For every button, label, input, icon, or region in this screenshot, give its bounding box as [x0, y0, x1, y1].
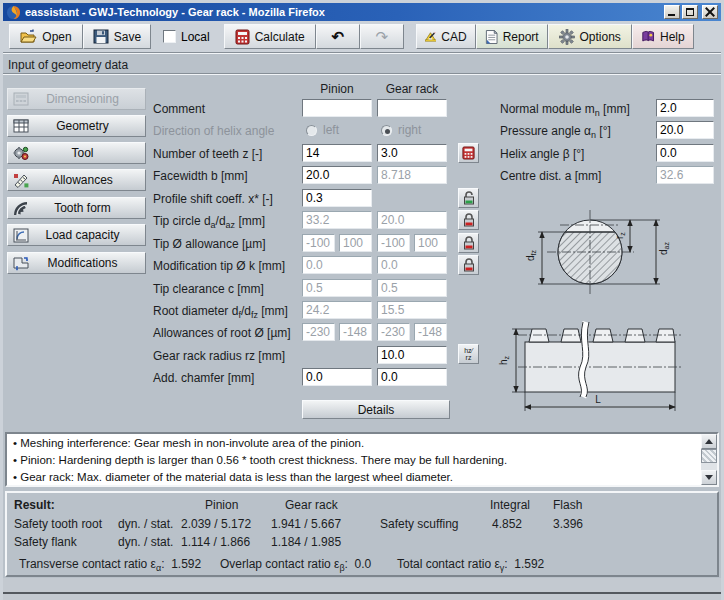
- messages-scrollbar[interactable]: [701, 434, 717, 485]
- column-header-pinion: Pinion: [302, 82, 372, 96]
- local-checkbox[interactable]: [163, 30, 176, 43]
- safety-scuffing-flash: 3.396: [553, 517, 583, 531]
- sidebar-item-label: Modifications: [34, 256, 145, 270]
- comment-pinion-input[interactable]: [302, 99, 372, 117]
- cad-button[interactable]: CAD: [416, 24, 476, 49]
- profile-shift-pinion-input[interactable]: [302, 189, 372, 207]
- sidebar-item-tooth-form[interactable]: Tooth form: [7, 197, 146, 219]
- toolbar: Open Save Local Calcula: [3, 21, 721, 52]
- redo-button[interactable]: ↷: [360, 24, 404, 49]
- details-button[interactable]: Details: [302, 400, 450, 419]
- helix-left-label: left: [323, 123, 339, 137]
- scroll-up-icon: [705, 439, 713, 444]
- close-button[interactable]: [702, 5, 718, 19]
- rack-radius-input[interactable]: [377, 346, 447, 364]
- helix-right-radio[interactable]: [381, 125, 392, 136]
- scroll-up-button[interactable]: [701, 434, 717, 449]
- normal-module-input[interactable]: [656, 99, 714, 117]
- close-icon: [705, 7, 715, 17]
- chamfer-pinion-input[interactable]: [302, 368, 372, 386]
- titlebar[interactable]: eassistant - GWJ-Technology - Gear rack …: [3, 3, 721, 21]
- results-title: Result:: [14, 498, 55, 512]
- scrollbar-thumb[interactable]: [701, 449, 717, 463]
- sidebar-item-label: Geometry: [34, 119, 145, 133]
- sidebar-item-dimensioning[interactable]: Dimensioning: [7, 88, 146, 110]
- tip-allowance-gearrack-upper-input[interactable]: [414, 234, 447, 252]
- minimize-button[interactable]: [664, 5, 680, 19]
- calculate-button[interactable]: Calculate: [224, 24, 316, 49]
- comment-gearrack-input[interactable]: [377, 99, 447, 117]
- undo-button[interactable]: ↶: [316, 24, 360, 49]
- section-title: Input of geometry data: [8, 58, 128, 72]
- locked-red-lock-icon: [463, 213, 475, 227]
- centre-distance-input[interactable]: [656, 166, 714, 184]
- safety-flank-mode: dyn. / stat.: [118, 535, 173, 549]
- root-allowance-pinion-lower-input[interactable]: [302, 323, 335, 341]
- root-diameter-gearrack-input[interactable]: [377, 301, 447, 319]
- tip-allowance-pinion-lower-input[interactable]: [302, 234, 335, 252]
- teeth-calculator-button[interactable]: [458, 143, 479, 163]
- helix-angle-input[interactable]: [656, 144, 714, 162]
- root-diameter-label: Root diameter df/dfz [mm]: [153, 304, 288, 320]
- modification-tip-lock-button[interactable]: [458, 255, 479, 275]
- calculate-button-label: Calculate: [255, 30, 305, 44]
- options-gear-icon: [559, 29, 575, 45]
- facewidth-gearrack-input[interactable]: [377, 166, 447, 184]
- tip-allowance-lock-button[interactable]: [458, 233, 479, 253]
- facewidth-pinion-input[interactable]: [302, 166, 372, 184]
- tool-gears-icon: [8, 146, 34, 161]
- status-bar: [3, 578, 721, 600]
- save-button[interactable]: Save: [83, 24, 151, 49]
- teeth-pinion-input[interactable]: [302, 144, 372, 162]
- details-button-label: Details: [358, 403, 395, 417]
- root-allowance-gearrack-upper-input[interactable]: [414, 323, 447, 341]
- options-button[interactable]: Options: [548, 24, 632, 49]
- facewidth-label: Facewidth b [mm]: [153, 169, 248, 183]
- teeth-gearrack-input[interactable]: [377, 144, 447, 162]
- dimensioning-icon: [8, 92, 34, 106]
- sidebar-item-modifications[interactable]: Modifications: [7, 252, 146, 274]
- tip-clearance-gearrack-input[interactable]: [377, 279, 447, 297]
- pressure-angle-input[interactable]: [656, 121, 714, 139]
- tip-circle-lock-button[interactable]: [458, 210, 479, 230]
- sidebar-item-geometry[interactable]: Geometry: [7, 115, 146, 137]
- scroll-down-button[interactable]: [701, 470, 717, 485]
- message-line: • Meshing interference: Gear mesh in non…: [7, 434, 717, 451]
- locked-red-lock-icon: [463, 236, 475, 250]
- help-button[interactable]: Help: [632, 24, 694, 49]
- modification-tip-gearrack-input[interactable]: [377, 256, 447, 274]
- maximize-button[interactable]: [682, 5, 698, 19]
- tip-allowance-pinion-upper-input[interactable]: [339, 234, 372, 252]
- sidebar-item-tool[interactable]: Tool: [7, 142, 146, 164]
- tip-clearance-label: Tip clearance c [mm]: [153, 282, 264, 296]
- sidebar-item-load-capacity[interactable]: Load capacity: [7, 224, 146, 246]
- open-button-label: Open: [42, 30, 71, 44]
- safety-tooth-root-label: Safety tooth root: [14, 517, 102, 531]
- modification-tip-pinion-input[interactable]: [302, 256, 372, 274]
- helix-left-radio[interactable]: [306, 125, 317, 136]
- root-diameter-pinion-input[interactable]: [302, 301, 372, 319]
- cad-drafting-icon: [425, 29, 437, 44]
- results-col-integral: Integral: [490, 498, 530, 512]
- profile-shift-lock-button[interactable]: [458, 188, 479, 208]
- message-line: • Gear rack: Max. diameter of the materi…: [7, 468, 717, 485]
- results-col-gearrack: Gear rack: [285, 498, 338, 512]
- open-button[interactable]: Open: [9, 24, 83, 49]
- redo-icon: ↷: [375, 30, 388, 44]
- root-allowance-gearrack-lower-input[interactable]: [377, 323, 410, 341]
- options-button-label: Options: [580, 30, 621, 44]
- tip-clearance-pinion-input[interactable]: [302, 279, 372, 297]
- rack-radius-hz-rz-button[interactable]: hz⁄rz: [458, 344, 479, 364]
- sidebar-item-allowances[interactable]: Allowances: [7, 169, 146, 191]
- tip-circle-gearrack-input[interactable]: [377, 211, 447, 229]
- tip-allowance-gearrack-lower-input[interactable]: [377, 234, 410, 252]
- centre-distance-label: Centre dist. a [mm]: [500, 169, 601, 183]
- column-header-gearrack: Gear rack: [377, 82, 447, 96]
- undo-icon: ↶: [331, 30, 344, 44]
- tip-circle-pinion-input[interactable]: [302, 211, 372, 229]
- root-allowance-pinion-upper-input[interactable]: [339, 323, 372, 341]
- rack-radius-label: Gear rack radius rz [mm]: [153, 349, 285, 363]
- chamfer-gearrack-input[interactable]: [377, 368, 447, 386]
- report-button[interactable]: Report: [476, 24, 548, 49]
- helix-angle-label: Helix angle β [°]: [500, 147, 584, 161]
